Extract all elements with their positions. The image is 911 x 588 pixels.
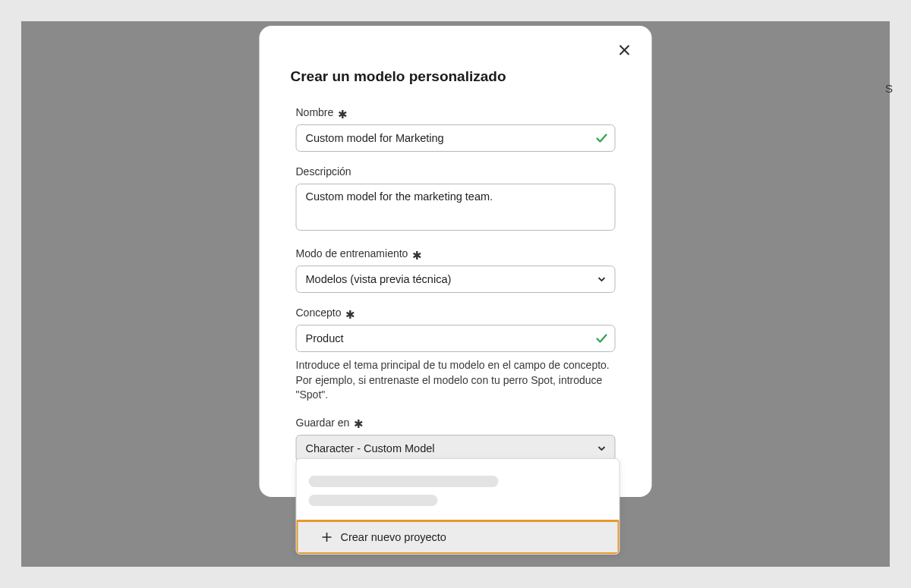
name-label-text: Nombre [296, 106, 334, 118]
skeleton-line [309, 495, 438, 506]
create-custom-model-dialog: Crear un modelo personalizado Nombre ✱ D… [260, 26, 652, 497]
save-in-label-text: Guardar en [296, 417, 350, 429]
plus-icon [321, 531, 333, 543]
required-asterisk-icon: ✱ [345, 309, 355, 320]
required-asterisk-icon: ✱ [412, 250, 422, 261]
training-mode-select[interactable]: Modelos (vista previa técnica) [296, 266, 616, 293]
checkmark-icon [596, 132, 608, 144]
concept-input[interactable] [296, 325, 616, 352]
description-textarea[interactable]: Custom model for the marketing team. [296, 184, 616, 231]
create-new-project-button[interactable]: Crear nuevo proyecto [296, 520, 620, 555]
required-asterisk-icon: ✱ [338, 108, 348, 120]
close-icon [619, 44, 631, 56]
name-label: Nombre ✱ [296, 106, 616, 118]
save-in-value: Character - Custom Model [306, 442, 435, 454]
skeleton-line [309, 476, 499, 487]
training-mode-value: Modelos (vista previa técnica) [306, 273, 452, 285]
training-mode-field-group: Modo de entrenamiento ✱ Modelos (vista p… [296, 247, 616, 293]
required-asterisk-icon: ✱ [354, 418, 364, 429]
name-input[interactable] [296, 124, 616, 152]
close-button[interactable] [614, 39, 635, 61]
training-mode-label-text: Modo de entrenamiento [296, 247, 408, 259]
concept-help-text: Introduce el tema principal de tu modelo… [296, 358, 616, 403]
form-body: Nombre ✱ Descripción Custom model for th… [266, 106, 646, 462]
name-field-group: Nombre ✱ [296, 106, 616, 152]
chevron-down-icon [597, 274, 607, 285]
chevron-down-icon [597, 443, 607, 454]
description-label: Descripción [296, 165, 616, 178]
training-mode-label: Modo de entrenamiento ✱ [296, 247, 616, 259]
dialog-title: Crear un modelo personalizado [291, 68, 646, 85]
checkmark-icon [596, 332, 608, 344]
save-in-label: Guardar en ✱ [296, 417, 616, 429]
concept-field-group: Concepto ✱ Introduce el tema principal d… [296, 307, 616, 403]
project-dropdown-panel: Crear nuevo proyecto [296, 458, 620, 555]
description-field-group: Descripción Custom model for the marketi… [296, 165, 616, 234]
concept-label: Concepto ✱ [296, 307, 616, 319]
cropped-text: S [885, 82, 893, 95]
save-in-field-group: Guardar en ✱ Character - Custom Model [296, 417, 616, 462]
concept-label-text: Concepto [296, 307, 342, 319]
description-label-text: Descripción [296, 165, 351, 178]
create-new-project-label: Crear nuevo proyecto [341, 531, 446, 543]
